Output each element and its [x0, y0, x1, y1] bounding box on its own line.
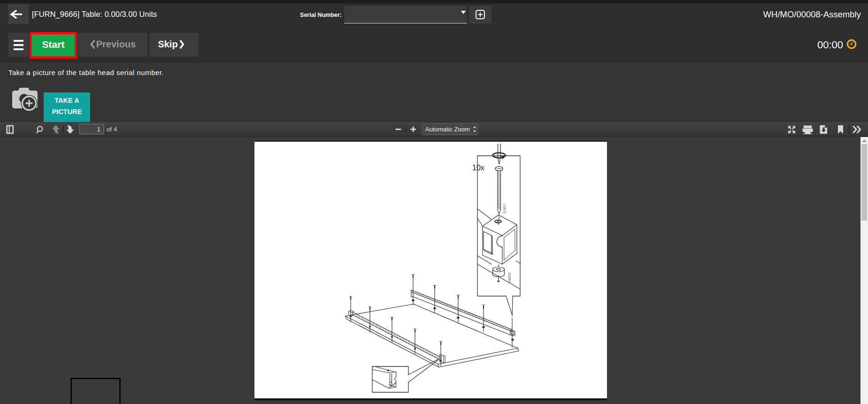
svg-text:109572: 109572	[503, 204, 506, 214]
svg-text:10x: 10x	[472, 164, 484, 172]
svg-text:Automatic Zoom: Automatic Zoom	[425, 126, 470, 133]
svg-text:118064: 118064	[508, 272, 511, 283]
svg-text:of 4: of 4	[107, 126, 117, 133]
svg-text:1: 1	[97, 126, 100, 133]
